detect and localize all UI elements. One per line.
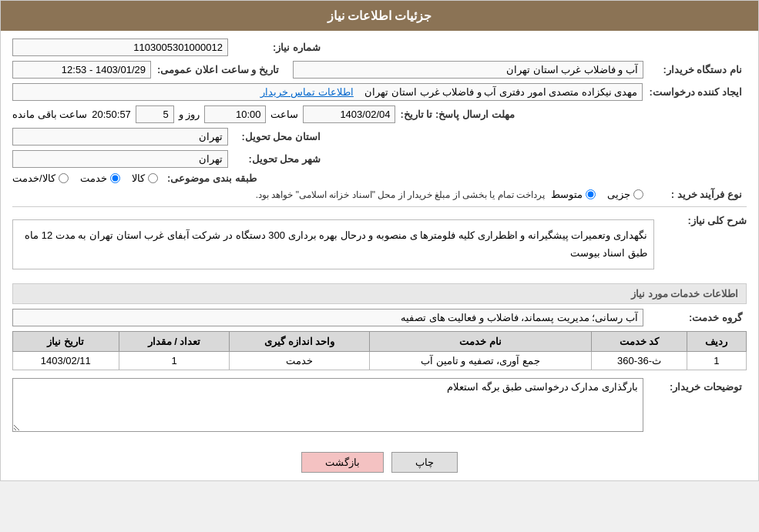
print-button[interactable]: چاپ [391, 452, 458, 473]
category-option-khedmat: خدمت [80, 172, 120, 184]
category-option-kala: کالا [132, 172, 158, 184]
category-label: طبقه بندی موضوعی: [164, 172, 257, 184]
creator-value: مهدی نیکزاده متصدی امور دفتری آب و فاضلا… [12, 83, 643, 101]
radio-motavasset[interactable] [586, 189, 596, 199]
deadline-remaining-time: 20:50:57 [92, 109, 131, 120]
services-table: ردیف کد خدمت نام خدمت واحد اندازه گیری ت… [12, 331, 747, 370]
buyer-desc-row: توضیحات خریدار: [12, 378, 747, 432]
radio-jazii[interactable] [633, 189, 643, 199]
buyer-desc-label: توضیحات خریدار: [650, 378, 742, 393]
creator-link[interactable]: اطلاعات تماس خریدار [260, 86, 354, 98]
bottom-buttons: چاپ بازگشت [1, 444, 758, 480]
col-row-num: ردیف [687, 331, 746, 351]
col-date: تاریخ نیاز [13, 331, 119, 351]
service-group-row: گروه خدمت: آب رسانی؛ مدیریت پسماند، فاضل… [12, 309, 747, 326]
need-desc-row: شرح کلی نیاز: نگهداری وتعمیرات پیشگیرانه… [12, 213, 747, 276]
need-number-value: 1103005301000012 [12, 38, 228, 56]
province-label: استان محل تحویل: [228, 131, 321, 142]
radio-kala-label: کالا [132, 172, 145, 184]
back-button[interactable]: بازگشت [301, 452, 384, 473]
page-header: جزئیات اطلاعات نیاز [1, 1, 758, 31]
process-radio-group: جزیی متوسط [551, 189, 643, 200]
page-title: جزئیات اطلاعات نیاز [327, 9, 432, 22]
radio-motavasset-label: متوسط [551, 189, 583, 200]
radio-khedmat[interactable] [110, 173, 120, 183]
col-service-name: نام خدمت [369, 331, 591, 351]
category-radio-group: کالا خدمت کالا/خدمت [12, 172, 158, 184]
service-group-value: آب رسانی؛ مدیریت پسماند، فاضلاب و فعالیت… [12, 309, 643, 326]
process-option-motavasset: متوسط [551, 189, 596, 200]
city-label: شهر محل تحویل: [228, 153, 321, 165]
deadline-time-label: ساعت [270, 109, 298, 120]
radio-kala-khedmat-label: کالا/خدمت [12, 172, 55, 184]
creator-row: ایجاد کننده درخواست: مهدی نیکزاده متصدی … [12, 83, 747, 101]
buyer-org-value: آب و فاضلاب غرب استان تهران [293, 61, 643, 79]
creator-label: ایجاد کننده درخواست: [649, 86, 742, 98]
process-row: نوع فرآیند خرید : جزیی متوسط پرداخت تمام… [12, 189, 747, 200]
radio-jazii-label: جزیی [607, 189, 630, 200]
deadline-days: 5 [136, 105, 174, 123]
radio-khedmat-label: خدمت [80, 172, 107, 184]
buyer-desc-textarea[interactable] [12, 378, 643, 432]
deadline-row: مهلت ارسال پاسخ: تا تاریخ: 1403/02/04 سا… [12, 105, 747, 123]
services-section-title: اطلاعات خدمات مورد نیاز [12, 283, 747, 304]
province-value: تهران [12, 128, 228, 146]
buyer-org-label: نام دستگاه خریدار: [650, 64, 742, 75]
city-value: تهران [12, 150, 228, 168]
deadline-remaining-label: ساعت باقی مانده [12, 109, 87, 120]
radio-kala-khedmat[interactable] [59, 173, 69, 183]
service-group-label: گروه خدمت: [650, 312, 742, 323]
date-announce-value: 1403/01/29 - 12:53 [12, 61, 151, 79]
process-option-jazii: جزیی [607, 189, 643, 200]
radio-kala[interactable] [148, 173, 158, 183]
buyer-date-row: نام دستگاه خریدار: آب و فاضلاب غرب استان… [12, 61, 747, 79]
deadline-label: مهلت ارسال پاسخ: تا تاریخ: [400, 109, 514, 120]
deadline-date: 1403/02/04 [303, 105, 395, 123]
need-number-label: شماره نیاز: [228, 42, 321, 53]
col-service-code: کد خدمت [592, 331, 687, 351]
city-row: شهر محل تحویل: تهران [12, 150, 747, 168]
need-desc-label: شرح کلی نیاز: [654, 213, 747, 226]
col-qty: تعداد / مقدار [119, 331, 230, 351]
deadline-time: 10:00 [204, 105, 266, 123]
need-number-row: شماره نیاز: 1103005301000012 [12, 38, 747, 56]
table-header-row: ردیف کد خدمت نام خدمت واحد اندازه گیری ت… [13, 331, 747, 351]
need-desc-value: نگهداری وتعمیرات پیشگیرانه و اظطراری کلی… [12, 219, 654, 269]
province-row: استان محل تحویل: تهران [12, 128, 747, 146]
process-label: نوع فرآیند خرید : [650, 189, 742, 200]
col-unit: واحد اندازه گیری [230, 331, 369, 351]
deadline-day-label: روز و [179, 109, 200, 120]
table-row: 1ث-36-360جمع آوری، تصفیه و تامین آبخدمت1… [13, 351, 747, 370]
category-option-kala-khedmat: کالا/خدمت [12, 172, 69, 184]
category-row: طبقه بندی موضوعی: کالا خدمت کالا/خدمت [12, 172, 747, 184]
date-announce-label: تاریخ و ساعت اعلان عمومی: [157, 64, 279, 75]
process-note: پرداخت تمام یا بخشی از مبلغ خریدار از مح… [12, 189, 545, 200]
